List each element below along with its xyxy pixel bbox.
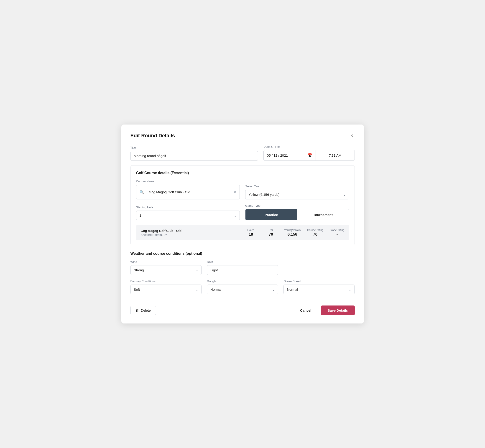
conditions-section: Weather and course conditions (optional)… <box>130 252 355 294</box>
holes-value: 18 <box>249 232 253 237</box>
par-label: Par <box>269 229 273 232</box>
footer-right: Cancel Save Details <box>296 305 355 315</box>
starting-hole-container: 1 2 3 ⌄ <box>136 211 240 220</box>
save-button[interactable]: Save Details <box>321 305 355 315</box>
course-name-field[interactable] <box>146 187 232 197</box>
datetime-group: Date & Time 05 / 12 / 2021 📅 7:31 AM <box>263 145 355 161</box>
rough-group: Rough Short Normal Long Very Long ⌄ <box>207 280 278 294</box>
course-info-name-block: Gog Magog Golf Club - Old, Shelford Bott… <box>141 229 238 237</box>
fairway-label: Fairway Conditions <box>130 280 202 283</box>
course-name-group: Course Name 🔍 ✕ <box>136 180 240 200</box>
golf-section-title: Golf Course details (Essential) <box>136 171 349 175</box>
yards-value: 6,156 <box>288 232 297 237</box>
modal-header: Edit Round Details × <box>130 133 355 139</box>
rough-dropdown[interactable]: Short Normal Long Very Long <box>207 285 278 294</box>
modal-container: Edit Round Details × Title Date & Time 0… <box>121 125 364 323</box>
conditions-title: Weather and course conditions (optional) <box>130 252 355 256</box>
game-type-toggle: Practice Tournament <box>245 209 349 220</box>
green-speed-group: Green Speed Slow Normal Fast Very Fast ⌄ <box>283 280 355 294</box>
close-button[interactable]: × <box>349 133 355 139</box>
clear-icon[interactable]: ✕ <box>234 190 236 194</box>
cancel-button[interactable]: Cancel <box>296 306 315 315</box>
select-tee-group: Select Tee Yellow (6,156 yards) White Re… <box>245 185 349 200</box>
course-search-input[interactable]: 🔍 ✕ <box>136 185 240 200</box>
rain-container: None Light Moderate Heavy ⌄ <box>207 265 278 275</box>
rough-label: Rough <box>207 280 278 283</box>
starting-hole-label: Starting Hole <box>136 206 240 209</box>
practice-button[interactable]: Practice <box>245 209 297 220</box>
trash-icon: 🗑 <box>136 308 139 312</box>
select-tee-container: Yellow (6,156 yards) White Red Blue ⌄ <box>245 190 349 200</box>
course-info-name: Gog Magog Golf Club - Old, <box>141 229 238 233</box>
modal-title: Edit Round Details <box>130 133 175 139</box>
wind-rain-row: Wind Calm Light Moderate Strong Very Str… <box>130 260 355 275</box>
game-type-label: Game Type <box>245 204 349 207</box>
wind-group: Wind Calm Light Moderate Strong Very Str… <box>130 260 202 275</box>
yards-stat: Yards(Yellow) 6,156 <box>284 229 301 237</box>
slope-rating-value: - <box>337 232 338 237</box>
starting-hole-group: Starting Hole 1 2 3 ⌄ <box>136 206 240 220</box>
tournament-button[interactable]: Tournament <box>297 209 349 220</box>
select-tee-label: Select Tee <box>245 185 349 188</box>
wind-container: Calm Light Moderate Strong Very Strong ⌄ <box>130 265 202 275</box>
holes-label: Holes <box>247 229 254 232</box>
rain-group: Rain None Light Moderate Heavy ⌄ <box>207 260 278 275</box>
par-stat: Par 70 <box>264 229 278 237</box>
fairway-container: Very Soft Soft Normal Firm Very Firm ⌄ <box>130 285 202 294</box>
title-input[interactable] <box>130 151 258 161</box>
title-group: Title <box>130 146 258 161</box>
slope-rating-label: Slope rating <box>330 229 344 232</box>
date-time-inputs: 05 / 12 / 2021 📅 7:31 AM <box>263 150 355 161</box>
course-info-location: Shelford Bottom, UK <box>141 233 238 237</box>
hole-gametype-row: Starting Hole 1 2 3 ⌄ Game Type Practice… <box>136 204 349 220</box>
date-value: 05 / 12 / 2021 <box>267 153 288 157</box>
green-speed-dropdown[interactable]: Slow Normal Fast Very Fast <box>283 285 355 294</box>
slope-rating-stat: Slope rating - <box>330 229 344 237</box>
holes-stat: Holes 18 <box>244 229 258 237</box>
calendar-icon: 📅 <box>308 153 312 158</box>
course-rating-value: 70 <box>313 232 317 237</box>
select-tee-dropdown[interactable]: Yellow (6,156 yards) White Red Blue <box>245 190 349 200</box>
spacer <box>283 260 355 275</box>
course-tee-row: Course Name 🔍 ✕ Select Tee Yellow (6,156… <box>136 180 349 200</box>
time-value: 7:31 AM <box>329 153 341 157</box>
golf-course-section: Golf Course details (Essential) Course N… <box>130 165 355 245</box>
game-type-group: Game Type Practice Tournament <box>245 204 349 220</box>
delete-button[interactable]: 🗑 Delete <box>130 306 156 315</box>
delete-label: Delete <box>141 308 151 312</box>
course-name-label: Course Name <box>136 180 240 183</box>
fairway-group: Fairway Conditions Very Soft Soft Normal… <box>130 280 202 294</box>
footer-row: 🗑 Delete Cancel Save Details <box>130 301 355 315</box>
par-value: 70 <box>269 232 273 237</box>
fairway-dropdown[interactable]: Very Soft Soft Normal Firm Very Firm <box>130 285 202 294</box>
rain-label: Rain <box>207 260 278 264</box>
course-info-row: Gog Magog Golf Club - Old, Shelford Bott… <box>136 225 349 240</box>
wind-label: Wind <box>130 260 202 264</box>
wind-dropdown[interactable]: Calm Light Moderate Strong Very Strong <box>130 265 202 275</box>
green-speed-label: Green Speed <box>283 280 355 283</box>
course-rating-stat: Course rating 70 <box>307 229 323 237</box>
rough-container: Short Normal Long Very Long ⌄ <box>207 285 278 294</box>
date-input[interactable]: 05 / 12 / 2021 📅 <box>263 150 316 161</box>
time-input[interactable]: 7:31 AM <box>316 150 355 161</box>
green-speed-container: Slow Normal Fast Very Fast ⌄ <box>283 285 355 294</box>
starting-hole-dropdown[interactable]: 1 2 3 <box>136 211 240 220</box>
yards-label: Yards(Yellow) <box>284 229 301 232</box>
rain-dropdown[interactable]: None Light Moderate Heavy <box>207 265 278 275</box>
datetime-label: Date & Time <box>263 145 355 148</box>
title-date-row: Title Date & Time 05 / 12 / 2021 📅 7:31 … <box>130 145 355 161</box>
fairway-rough-green-row: Fairway Conditions Very Soft Soft Normal… <box>130 280 355 294</box>
title-label: Title <box>130 146 258 149</box>
search-icon: 🔍 <box>140 190 144 194</box>
course-rating-label: Course rating <box>307 229 323 232</box>
